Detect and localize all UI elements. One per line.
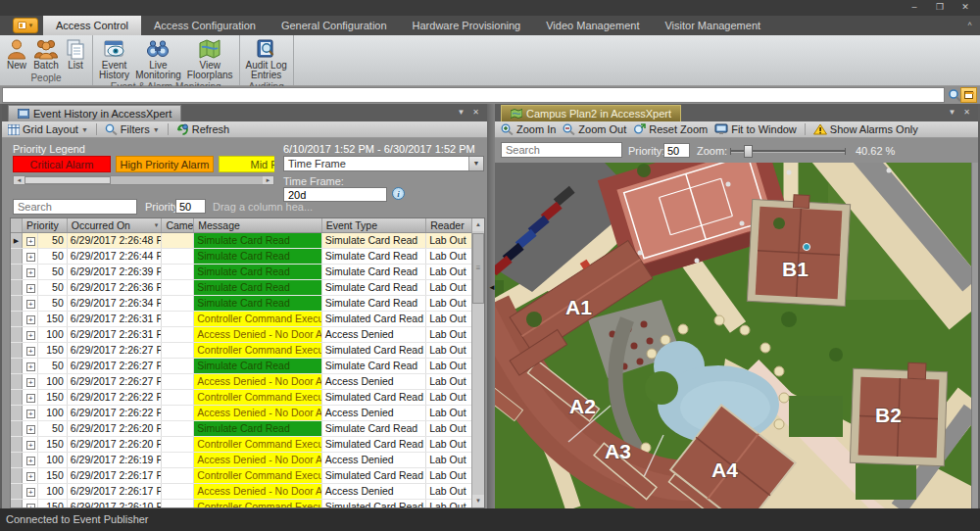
zoom-out-button[interactable]: Zoom Out <box>561 123 628 135</box>
close-panel-icon[interactable]: ✕ <box>472 108 479 117</box>
view-floorplans-button[interactable]: View Floorplans <box>184 36 236 81</box>
table-row[interactable]: +506/29/2017 2:26:44 PMSimulate Card Rea… <box>11 249 471 265</box>
table-row[interactable]: +506/29/2017 2:26:36 PMSimulate Card Rea… <box>11 280 471 296</box>
expand-cell[interactable]: + <box>23 374 38 389</box>
ribbon-collapse-button[interactable]: ˄ <box>967 20 972 28</box>
scroll-up-icon[interactable]: ▲ <box>472 218 484 231</box>
expand-cell[interactable]: + <box>23 437 38 452</box>
refresh-button[interactable]: Refresh <box>174 123 232 135</box>
expand-icon[interactable]: + <box>26 347 35 356</box>
reset-zoom-button[interactable]: Reset Zoom <box>631 123 710 135</box>
expand-cell[interactable]: + <box>23 468 38 483</box>
table-row[interactable]: +1006/29/2017 2:26:31 PMAccess Denied - … <box>11 327 471 343</box>
ribbon-tab-visitor-management[interactable]: Visitor Management <box>652 16 773 35</box>
expand-icon[interactable]: + <box>26 284 35 293</box>
expand-icon[interactable]: + <box>26 425 35 434</box>
search-icon[interactable] <box>948 88 961 102</box>
expand-icon[interactable]: + <box>26 253 35 262</box>
expand-icon[interactable]: + <box>26 300 35 309</box>
expand-cell[interactable]: + <box>23 453 38 467</box>
expand-icon[interactable]: + <box>26 410 35 418</box>
ribbon-tab-access-configuration[interactable]: Access Configuration <box>141 16 269 35</box>
application-menu-button[interactable]: ▼ <box>13 18 38 33</box>
expand-cell[interactable]: + <box>23 390 38 405</box>
scroll-left-icon[interactable]: ◄ <box>14 176 24 184</box>
zoom-in-button[interactable]: Zoom In <box>499 123 558 135</box>
time-frame-input[interactable] <box>283 187 387 202</box>
close-button[interactable]: ✕ <box>956 1 974 14</box>
tab-list-dropdown-icon[interactable]: ▼ <box>948 108 956 117</box>
scroll-right-icon[interactable]: ► <box>263 176 273 184</box>
quick-search-input[interactable] <box>2 87 945 103</box>
expand-cell[interactable]: + <box>23 484 38 499</box>
zoom-slider[interactable] <box>730 150 846 153</box>
map-priority-input[interactable] <box>663 143 690 158</box>
grid-layout-button[interactable]: Grid Layout▼ <box>6 123 90 135</box>
zoom-slider-thumb[interactable] <box>744 145 753 158</box>
header-reader[interactable]: Reader <box>426 218 471 232</box>
batch-people-button[interactable]: Batch <box>30 36 62 72</box>
live-monitoring-button[interactable]: Live Monitoring <box>132 36 184 81</box>
restore-button[interactable]: ❐ <box>931 1 949 14</box>
expand-cell[interactable]: + <box>23 406 38 420</box>
table-row[interactable]: +1006/29/2017 2:26:22 PMAccess Denied - … <box>11 406 471 421</box>
expand-cell[interactable]: + <box>23 280 38 295</box>
map-search-input[interactable] <box>501 142 622 158</box>
fit-to-window-button[interactable]: Fit to Window <box>712 123 799 135</box>
expand-icon[interactable]: + <box>26 441 35 450</box>
map-device-icon[interactable] <box>804 244 810 251</box>
table-row[interactable]: +1006/29/2017 2:26:27 PMAccess Denied - … <box>11 374 471 390</box>
filters-button[interactable]: Filters▼ <box>103 123 162 135</box>
expand-icon[interactable]: + <box>26 268 35 277</box>
scroll-down-icon[interactable]: ▼ <box>472 495 484 507</box>
table-row[interactable]: +1506/29/2017 2:26:31 PMController Comma… <box>11 312 471 327</box>
expand-cell[interactable]: + <box>23 327 38 342</box>
expand-icon[interactable]: + <box>26 315 35 324</box>
expand-icon[interactable]: + <box>26 457 35 465</box>
close-panel-icon[interactable]: ✕ <box>963 108 970 117</box>
expand-icon[interactable]: + <box>26 331 35 340</box>
expand-cell[interactable]: + <box>23 296 38 311</box>
table-row[interactable]: +506/29/2017 2:26:20 PMSimulate Card Rea… <box>11 421 471 437</box>
campus-map[interactable]: A1A2A3A4B1B2 <box>495 163 971 508</box>
table-row[interactable]: +506/29/2017 2:26:34 PMSimulate Card Rea… <box>11 296 471 312</box>
new-person-button[interactable]: New <box>3 36 30 72</box>
campus-map-svg[interactable]: A1A2A3A4B1B2 <box>495 163 971 508</box>
legend-scrollbar-thumb[interactable] <box>24 176 111 184</box>
table-row[interactable]: +1506/29/2017 2:26:10 PMController Comma… <box>11 500 471 507</box>
expand-icon[interactable]: + <box>26 488 35 497</box>
expand-cell[interactable]: + <box>23 312 38 326</box>
minimize-button[interactable]: – <box>906 1 923 14</box>
grid-vertical-scrollbar[interactable]: ▲ ▼ <box>471 218 484 507</box>
priority-filter-input[interactable] <box>175 199 206 214</box>
panel-splitter[interactable]: ◄ <box>487 104 495 508</box>
expand-cell[interactable]: + <box>23 265 38 279</box>
expand-cell[interactable]: + <box>23 500 38 507</box>
time-frame-combobox[interactable]: Time Frame ▼ <box>283 156 484 171</box>
expand-cell[interactable]: + <box>23 343 38 358</box>
event-search-input[interactable] <box>13 199 137 215</box>
header-priority[interactable]: Priority <box>23 218 68 232</box>
show-alarms-only-button[interactable]: Show Alarms Only <box>811 123 920 135</box>
header-message[interactable]: Message <box>194 218 321 232</box>
table-row[interactable]: +506/29/2017 2:26:39 PMSimulate Card Rea… <box>11 265 471 280</box>
expand-cell[interactable]: + <box>23 249 38 264</box>
grid-scrollbar-thumb[interactable] <box>472 233 484 304</box>
expand-icon[interactable]: + <box>26 394 35 403</box>
table-row[interactable]: +1006/29/2017 2:26:17 PMAccess Denied - … <box>11 484 471 500</box>
expand-icon[interactable]: + <box>26 378 35 387</box>
ribbon-tab-access-control[interactable]: Access Control <box>43 16 141 35</box>
table-row[interactable]: +1506/29/2017 2:26:27 PMController Comma… <box>11 343 471 359</box>
tab-list-dropdown-icon[interactable]: ▼ <box>457 108 465 117</box>
table-row[interactable]: ▶+506/29/2017 2:26:48 PMSimulate Card Re… <box>11 233 471 249</box>
audit-log-entries-button[interactable]: Audit Log Entries <box>243 36 290 81</box>
ribbon-tab-general-configuration[interactable]: General Configuration <box>269 16 400 35</box>
ribbon-tab-hardware-provisioning[interactable]: Hardware Provisioning <box>400 16 534 35</box>
table-row[interactable]: +1506/29/2017 2:26:17 PMController Comma… <box>11 468 471 484</box>
tab-campus-plan2[interactable]: Campus Plan2 in AccessXpert <box>501 105 681 121</box>
table-row[interactable]: +506/29/2017 2:26:27 PMSimulate Card Rea… <box>11 359 471 374</box>
tab-event-history[interactable]: Event History in AccessXpert <box>8 105 181 121</box>
header-event-type[interactable]: Event Type <box>322 218 427 232</box>
expand-icon[interactable]: + <box>26 237 35 246</box>
header-camera[interactable]: Camera <box>162 218 194 232</box>
